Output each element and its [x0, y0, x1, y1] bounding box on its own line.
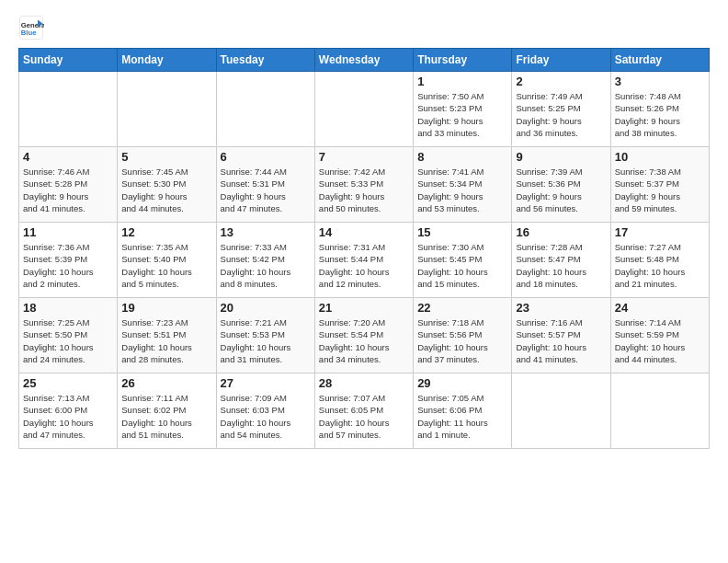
calendar-cell: 2Sunrise: 7:49 AMSunset: 5:25 PMDaylight… [512, 72, 610, 147]
day-number: 10 [615, 150, 705, 164]
weekday-header-row: SundayMondayTuesdayWednesdayThursdayFrid… [19, 49, 710, 72]
logo: General Blue [18, 15, 44, 40]
calendar-cell: 4Sunrise: 7:46 AMSunset: 5:28 PMDaylight… [19, 147, 118, 223]
day-number: 7 [319, 150, 409, 164]
day-info: Sunrise: 7:33 AMSunset: 5:42 PMDaylight:… [221, 241, 311, 290]
day-number: 21 [319, 301, 409, 315]
day-number: 29 [417, 376, 507, 390]
day-number: 22 [417, 301, 507, 315]
day-number: 13 [221, 225, 311, 239]
calendar-cell: 18Sunrise: 7:25 AMSunset: 5:50 PMDayligh… [19, 298, 118, 373]
day-number: 26 [121, 376, 211, 390]
calendar-cell [610, 373, 709, 449]
calendar-cell [19, 72, 118, 147]
day-info: Sunrise: 7:11 AMSunset: 6:02 PMDaylight:… [121, 392, 211, 441]
weekday-header-wednesday: Wednesday [314, 49, 413, 72]
day-number: 14 [319, 225, 409, 239]
svg-text:Blue: Blue [21, 29, 37, 37]
calendar-cell: 10Sunrise: 7:38 AMSunset: 5:37 PMDayligh… [610, 147, 709, 223]
calendar-cell: 3Sunrise: 7:48 AMSunset: 5:26 PMDaylight… [610, 72, 709, 147]
weekday-header-thursday: Thursday [414, 49, 512, 72]
day-info: Sunrise: 7:30 AMSunset: 5:45 PMDaylight:… [417, 241, 507, 290]
calendar-cell: 24Sunrise: 7:14 AMSunset: 5:59 PMDayligh… [610, 298, 709, 373]
calendar-week-2: 4Sunrise: 7:46 AMSunset: 5:28 PMDaylight… [19, 147, 710, 223]
day-number: 4 [23, 150, 113, 164]
day-number: 19 [121, 301, 211, 315]
day-info: Sunrise: 7:14 AMSunset: 5:59 PMDaylight:… [615, 316, 705, 365]
calendar-cell: 17Sunrise: 7:27 AMSunset: 5:48 PMDayligh… [610, 223, 709, 298]
weekday-header-tuesday: Tuesday [216, 49, 314, 72]
day-info: Sunrise: 7:35 AMSunset: 5:40 PMDaylight:… [121, 241, 211, 290]
calendar-cell: 7Sunrise: 7:42 AMSunset: 5:33 PMDaylight… [314, 147, 413, 223]
day-info: Sunrise: 7:42 AMSunset: 5:33 PMDaylight:… [319, 166, 409, 214]
calendar-cell [118, 72, 216, 147]
day-number: 2 [516, 75, 606, 88]
calendar-cell: 8Sunrise: 7:41 AMSunset: 5:34 PMDaylight… [414, 147, 512, 223]
calendar-cell [216, 72, 314, 147]
day-info: Sunrise: 7:09 AMSunset: 6:03 PMDaylight:… [221, 392, 311, 441]
calendar-week-4: 18Sunrise: 7:25 AMSunset: 5:50 PMDayligh… [19, 298, 710, 373]
header: General Blue [18, 15, 710, 40]
calendar-cell: 28Sunrise: 7:07 AMSunset: 6:05 PMDayligh… [314, 373, 413, 449]
day-number: 23 [516, 301, 606, 315]
day-info: Sunrise: 7:41 AMSunset: 5:34 PMDaylight:… [417, 166, 507, 214]
day-number: 5 [121, 150, 211, 164]
day-info: Sunrise: 7:44 AMSunset: 5:31 PMDaylight:… [221, 166, 311, 214]
calendar-cell [314, 72, 413, 147]
calendar-cell: 23Sunrise: 7:16 AMSunset: 5:57 PMDayligh… [512, 298, 610, 373]
weekday-header-saturday: Saturday [610, 49, 709, 72]
day-number: 25 [23, 376, 113, 390]
day-info: Sunrise: 7:50 AMSunset: 5:23 PMDaylight:… [417, 90, 507, 139]
day-info: Sunrise: 7:13 AMSunset: 6:00 PMDaylight:… [23, 392, 113, 441]
day-info: Sunrise: 7:20 AMSunset: 5:54 PMDaylight:… [319, 316, 409, 365]
day-info: Sunrise: 7:21 AMSunset: 5:53 PMDaylight:… [221, 316, 311, 365]
logo-icon: General Blue [18, 15, 44, 40]
day-number: 27 [221, 376, 311, 390]
weekday-header-sunday: Sunday [19, 49, 118, 72]
calendar-cell: 1Sunrise: 7:50 AMSunset: 5:23 PMDaylight… [414, 72, 512, 147]
day-number: 3 [615, 75, 705, 88]
calendar-cell: 21Sunrise: 7:20 AMSunset: 5:54 PMDayligh… [314, 298, 413, 373]
calendar-table: SundayMondayTuesdayWednesdayThursdayFrid… [18, 48, 710, 449]
day-number: 24 [615, 301, 705, 315]
calendar-cell: 15Sunrise: 7:30 AMSunset: 5:45 PMDayligh… [414, 223, 512, 298]
day-info: Sunrise: 7:31 AMSunset: 5:44 PMDaylight:… [319, 241, 409, 290]
day-info: Sunrise: 7:05 AMSunset: 6:06 PMDaylight:… [417, 392, 507, 441]
calendar-week-3: 11Sunrise: 7:36 AMSunset: 5:39 PMDayligh… [19, 223, 710, 298]
calendar-cell: 14Sunrise: 7:31 AMSunset: 5:44 PMDayligh… [314, 223, 413, 298]
day-number: 16 [516, 225, 606, 239]
day-number: 9 [516, 150, 606, 164]
calendar-cell: 25Sunrise: 7:13 AMSunset: 6:00 PMDayligh… [19, 373, 118, 449]
calendar-week-1: 1Sunrise: 7:50 AMSunset: 5:23 PMDaylight… [19, 72, 710, 147]
calendar-cell: 6Sunrise: 7:44 AMSunset: 5:31 PMDaylight… [216, 147, 314, 223]
calendar-cell: 22Sunrise: 7:18 AMSunset: 5:56 PMDayligh… [414, 298, 512, 373]
calendar-week-5: 25Sunrise: 7:13 AMSunset: 6:00 PMDayligh… [19, 373, 710, 449]
day-number: 18 [23, 301, 113, 315]
day-info: Sunrise: 7:36 AMSunset: 5:39 PMDaylight:… [23, 241, 113, 290]
page: General Blue SundayMondayTuesdayWednesda… [0, 0, 728, 458]
day-number: 28 [319, 376, 409, 390]
calendar-cell: 26Sunrise: 7:11 AMSunset: 6:02 PMDayligh… [118, 373, 216, 449]
day-info: Sunrise: 7:49 AMSunset: 5:25 PMDaylight:… [516, 90, 606, 139]
day-info: Sunrise: 7:18 AMSunset: 5:56 PMDaylight:… [417, 316, 507, 365]
day-number: 17 [615, 225, 705, 239]
calendar-cell: 16Sunrise: 7:28 AMSunset: 5:47 PMDayligh… [512, 223, 610, 298]
day-info: Sunrise: 7:16 AMSunset: 5:57 PMDaylight:… [516, 316, 606, 365]
day-number: 15 [417, 225, 507, 239]
day-info: Sunrise: 7:28 AMSunset: 5:47 PMDaylight:… [516, 241, 606, 290]
day-number: 6 [221, 150, 311, 164]
day-info: Sunrise: 7:07 AMSunset: 6:05 PMDaylight:… [319, 392, 409, 441]
calendar-cell: 19Sunrise: 7:23 AMSunset: 5:51 PMDayligh… [118, 298, 216, 373]
day-number: 1 [417, 75, 507, 88]
day-number: 12 [121, 225, 211, 239]
day-number: 8 [417, 150, 507, 164]
calendar-cell: 27Sunrise: 7:09 AMSunset: 6:03 PMDayligh… [216, 373, 314, 449]
day-info: Sunrise: 7:23 AMSunset: 5:51 PMDaylight:… [121, 316, 211, 365]
calendar-cell: 29Sunrise: 7:05 AMSunset: 6:06 PMDayligh… [414, 373, 512, 449]
calendar-cell [512, 373, 610, 449]
day-info: Sunrise: 7:38 AMSunset: 5:37 PMDaylight:… [615, 166, 705, 214]
day-info: Sunrise: 7:27 AMSunset: 5:48 PMDaylight:… [615, 241, 705, 290]
calendar-cell: 5Sunrise: 7:45 AMSunset: 5:30 PMDaylight… [118, 147, 216, 223]
weekday-header-friday: Friday [512, 49, 610, 72]
day-info: Sunrise: 7:46 AMSunset: 5:28 PMDaylight:… [23, 166, 113, 214]
